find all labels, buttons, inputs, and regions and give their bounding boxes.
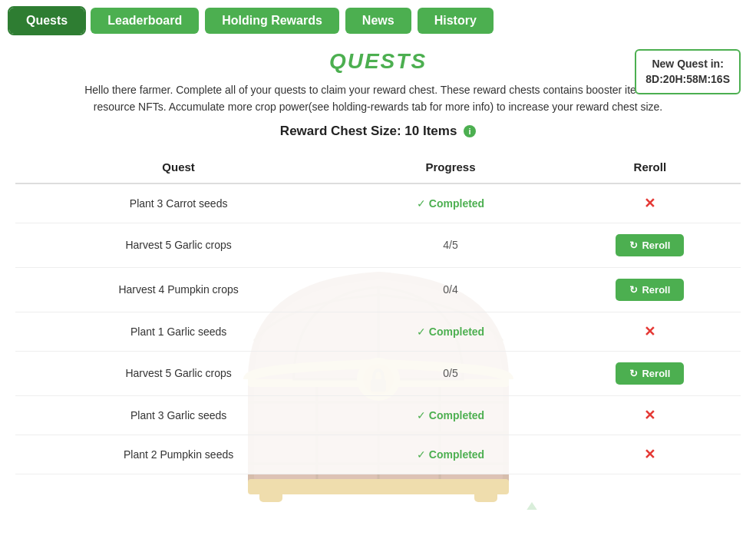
quest-name-2: Harvest 4 Pumpkin crops (15, 267, 342, 312)
page-title: QUESTS (15, 49, 741, 74)
table-row: Plant 1 Garlic seeds✓Completed✕ (15, 312, 741, 351)
completed-label: Completed (429, 326, 484, 338)
table-row: Harvest 5 Garlic crops0/5↻Reroll (15, 351, 741, 395)
quest-name-1: Harvest 5 Garlic crops (15, 223, 342, 267)
info-icon[interactable]: i (464, 125, 476, 137)
nav-bar: QuestsLeaderboardHolding RewardsNewsHist… (0, 0, 756, 41)
progress-fraction: 0/4 (443, 283, 457, 296)
quest-progress-6: ✓Completed (342, 435, 560, 474)
svg-rect-16 (474, 488, 497, 502)
nav-btn-quests[interactable]: Quests (9, 8, 84, 34)
col-header-quest: Quest (15, 151, 342, 183)
table-row: Harvest 4 Pumpkin crops0/4↻Reroll (15, 267, 741, 312)
check-icon: ✓ (417, 409, 426, 421)
check-icon: ✓ (417, 197, 426, 210)
quest-name-3: Plant 1 Garlic seeds (15, 312, 342, 351)
table-row: Harvest 5 Garlic crops4/5↻Reroll (15, 223, 741, 267)
quest-progress-3: ✓Completed (342, 312, 560, 351)
quest-name-6: Plant 2 Pumpkin seeds (15, 435, 342, 474)
quest-name-0: Plant 3 Carrot seeds (15, 183, 342, 223)
reroll-disabled-icon: ✕ (644, 196, 655, 211)
quest-reroll-3: ✕ (560, 312, 741, 351)
reroll-disabled-icon: ✕ (644, 408, 655, 423)
table-row: Plant 3 Carrot seeds✓Completed✕ (15, 183, 741, 223)
quest-table: Quest Progress Reroll Plant 3 Carrot see… (15, 151, 741, 474)
svg-rect-8 (248, 479, 509, 494)
reroll-button[interactable]: ↻Reroll (616, 279, 684, 301)
quest-reroll-1[interactable]: ↻Reroll (560, 223, 741, 267)
refresh-icon: ↻ (629, 368, 638, 379)
nav-btn-news[interactable]: News (345, 8, 411, 34)
quest-reroll-5: ✕ (560, 395, 741, 435)
quest-name-4: Harvest 5 Garlic crops (15, 351, 342, 395)
quest-progress-1: 4/5 (342, 223, 560, 267)
svg-marker-13 (517, 502, 540, 510)
refresh-icon: ↻ (629, 240, 638, 251)
table-row: Plant 3 Garlic seeds✓Completed✕ (15, 395, 741, 435)
quest-name-5: Plant 3 Garlic seeds (15, 395, 342, 435)
timer-label: New Quest in: (652, 58, 723, 70)
reroll-button[interactable]: ↻Reroll (616, 234, 684, 256)
nav-btn-history[interactable]: History (418, 8, 494, 34)
quest-reroll-0: ✕ (560, 183, 741, 223)
quest-reroll-2[interactable]: ↻Reroll (560, 267, 741, 312)
quest-reroll-6: ✕ (560, 435, 741, 474)
quest-progress-5: ✓Completed (342, 395, 560, 435)
main-content: New Quest in: 8D:20H:58M:16S QUESTS Hell… (0, 49, 756, 490)
nav-btn-holding-rewards[interactable]: Holding Rewards (205, 8, 339, 34)
check-icon: ✓ (417, 326, 426, 338)
progress-fraction: 4/5 (443, 239, 457, 251)
quest-progress-4: 0/5 (342, 351, 560, 395)
quest-progress-0: ✓Completed (342, 183, 560, 223)
completed-label: Completed (429, 197, 484, 210)
reroll-button[interactable]: ↻Reroll (616, 362, 684, 385)
quest-progress-2: 0/4 (342, 267, 560, 312)
reroll-disabled-icon: ✕ (644, 324, 655, 339)
check-icon: ✓ (417, 448, 426, 461)
svg-rect-15 (259, 488, 282, 502)
completed-label: Completed (429, 448, 484, 461)
table-row: Plant 2 Pumpkin seeds✓Completed✕ (15, 435, 741, 474)
col-header-reroll: Reroll (560, 151, 741, 183)
reroll-disabled-icon: ✕ (644, 447, 655, 462)
timer-value: 8D:20H:58M:16S (645, 73, 730, 85)
col-header-progress: Progress (342, 151, 560, 183)
chest-size-label: Reward Chest Size: 10 Items i (15, 124, 741, 139)
new-quest-timer: New Quest in: 8D:20H:58M:16S (635, 49, 741, 94)
table-header-row: Quest Progress Reroll (15, 151, 741, 183)
nav-btn-leaderboard[interactable]: Leaderboard (91, 8, 199, 34)
refresh-icon: ↻ (629, 284, 638, 296)
progress-fraction: 0/5 (443, 367, 457, 379)
quest-reroll-4[interactable]: ↻Reroll (560, 351, 741, 395)
quests-description: Hello there farmer. Complete all of your… (64, 81, 693, 116)
completed-label: Completed (429, 409, 484, 421)
